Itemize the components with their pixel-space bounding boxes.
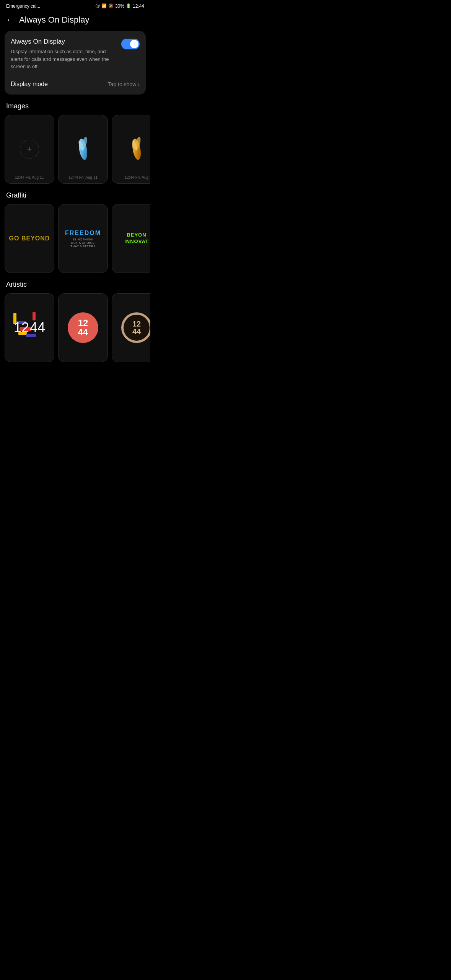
battery-icon: 🔋	[126, 3, 131, 8]
bird-gold-icon	[127, 136, 146, 163]
wifi-icon: 📶	[101, 3, 107, 8]
graffiti-card-1[interactable]: GO BEYOND	[5, 204, 54, 273]
aod-toggle[interactable]	[121, 39, 140, 49]
art3-minute: 44	[132, 328, 141, 335]
images-section-title: Images	[0, 102, 150, 115]
graffiti-section-title: Graffiti	[0, 191, 150, 204]
back-button[interactable]: ←	[6, 15, 15, 25]
art2-content: 12 44	[59, 294, 107, 362]
art2-minute: 44	[78, 328, 88, 337]
art1-content: 12 44	[5, 294, 54, 362]
block-red-v	[33, 312, 36, 320]
add-image-card[interactable]: + 12:44 Fri, Aug 11	[5, 115, 54, 184]
tap-to-show-button[interactable]: Tap to show ›	[108, 81, 140, 87]
artistic-card-3[interactable]: 12 44	[112, 293, 150, 362]
display-mode-row[interactable]: Display mode Tap to show ›	[11, 81, 140, 88]
bird-blue-icon	[73, 136, 93, 163]
aod-card-title: Always On Display	[11, 38, 117, 46]
page-header: ← Always On Display	[0, 10, 150, 31]
tap-to-show-text: Tap to show	[108, 81, 137, 87]
card-divider	[11, 76, 140, 76]
bird-blue-card-time: 12:44 Fri, Aug 11	[68, 175, 98, 180]
artistic-card-1[interactable]: 12 44	[5, 293, 54, 362]
images-scroll[interactable]: + 12:44 Fri, Aug 11 12:44 Fri, Aug 11	[0, 115, 150, 190]
art1-hour: 12	[14, 321, 29, 335]
battery-text: 30%	[115, 3, 124, 9]
status-bar: Emergency cal... ⓝ 📶 🔕 30% 🔋 12:44	[0, 0, 150, 10]
graffiti-scroll[interactable]: GO BEYOND FREEDOM IS NOTHINGBUT A CHOICE…	[0, 204, 150, 279]
silent-icon: 🔕	[108, 3, 114, 8]
art1-digits: 12 44	[14, 321, 45, 335]
artistic-section-title: Artistic	[0, 281, 150, 293]
status-emergency: Emergency cal...	[6, 3, 40, 9]
aod-main-card: Always On Display Display information su…	[5, 31, 146, 95]
art1-minute: 44	[30, 321, 45, 335]
artistic-card-2[interactable]: 12 44	[58, 293, 108, 362]
graffiti-text-3: BEYONINNOVAT	[124, 232, 149, 245]
page-title: Always On Display	[19, 15, 89, 25]
bird-gold-card[interactable]: 12:44 Fri, Aug	[112, 115, 150, 184]
bird-gold-card-time: 12:44 Fri, Aug	[125, 175, 148, 180]
add-icon: +	[20, 140, 39, 159]
art2-hour: 12	[78, 318, 88, 328]
graffiti-card-3[interactable]: BEYONINNOVAT	[112, 204, 150, 273]
graffiti-text-2: FREEDOM IS NOTHINGBUT A CHOICETHAT MATTE…	[65, 230, 101, 248]
nfc-icon: ⓝ	[96, 3, 100, 9]
art3-hour: 12	[132, 320, 141, 328]
art3-content: 12 44	[112, 294, 150, 362]
aod-card-content: Always On Display Display information su…	[11, 38, 117, 70]
art2-circle: 12 44	[68, 312, 98, 343]
artistic-scroll[interactable]: 12 44 12 44 12 44	[0, 293, 150, 368]
clock: 12:44	[133, 3, 144, 9]
bird-blue-card[interactable]: 12:44 Fri, Aug 11	[58, 115, 108, 184]
art3-ring: 12 44	[121, 312, 150, 343]
graffiti-subtext-2: IS NOTHINGBUT A CHOICETHAT MATTERS	[65, 238, 101, 248]
aod-toggle-wrapper[interactable]	[121, 38, 140, 49]
add-card-time: 12:44 Fri, Aug 11	[15, 175, 44, 180]
chevron-right-icon: ›	[138, 81, 140, 87]
aod-card-description: Display information such as date, time, …	[11, 48, 117, 70]
graffiti-text-1: GO BEYOND	[9, 235, 50, 242]
display-mode-label: Display mode	[11, 81, 48, 88]
status-right: ⓝ 📶 🔕 30% 🔋 12:44	[96, 3, 144, 9]
aod-toggle-row: Always On Display Display information su…	[11, 38, 140, 70]
toggle-knob	[130, 40, 138, 48]
graffiti-card-2[interactable]: FREEDOM IS NOTHINGBUT A CHOICETHAT MATTE…	[58, 204, 108, 273]
